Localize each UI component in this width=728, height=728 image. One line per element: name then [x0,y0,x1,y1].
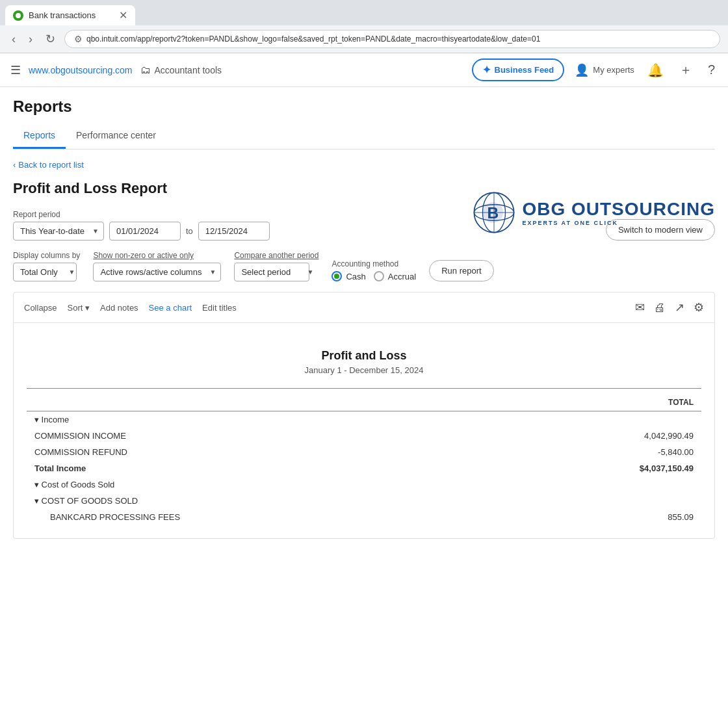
col-description-header [27,394,498,411]
report-table: TOTAL ▾ Income COMMISSION INCOME 4,042,9… [27,394,701,525]
plus-button[interactable]: ＋ [677,58,695,81]
cash-label: Cash [346,272,365,281]
accrual-label: Accrual [388,272,416,281]
reload-button[interactable]: ↻ [42,29,59,49]
person-icon: 👤 [575,63,589,77]
to-separator: to [186,226,193,236]
compare-select[interactable]: Select period [234,263,309,281]
tab-reports[interactable]: Reports [13,124,66,149]
edit-titles-button[interactable]: Edit titles [202,303,237,313]
back-to-report-list[interactable]: ‹ Back to report list [13,160,715,170]
date-to-input[interactable] [198,222,270,240]
commission-refund-row: COMMISSION REFUND -5,840.00 [27,444,701,460]
obg-text: OBG OUTSOURCING EXPERTS AT ONE CLICK [522,199,715,226]
header-right: ✦ Business Feed 👤 My experts 🔔 ＋ ? [472,58,718,81]
cogs-sub-header: ▾ COST OF GOODS SOLD [27,493,701,509]
non-zero-select[interactable]: Active rows/active columns [93,263,221,281]
bankcard-value: 855.09 [498,509,701,525]
tab-close-button[interactable]: ✕ [119,9,127,21]
business-feed-button[interactable]: ✦ Business Feed [472,58,565,81]
forward-button[interactable]: › [25,30,36,49]
cogs-sub-header-cell: ▾ COST OF GOODS SOLD [27,493,498,509]
sort-label: Sort [68,303,83,313]
active-tab[interactable]: Bank transactions ✕ [5,5,135,25]
obg-logo-area: B OBG OUTSOURCING EXPERTS AT ONE CLICK [471,190,715,235]
non-zero-select-wrapper[interactable]: Active rows/active columns ▼ [93,263,221,281]
hamburger-menu[interactable]: ☰ [10,63,21,77]
reports-tabs: Reports Performance center [13,124,715,150]
report-content: Profit and Loss January 1 - December 15,… [14,323,714,538]
business-feed-label: Business Feed [495,65,554,75]
period-select[interactable]: This Year-to-date [13,222,104,240]
non-zero-group: Show non-zero or active only Active rows… [93,251,221,281]
url-bar[interactable]: ⚙ qbo.intuit.com/app/reportv2?token=PAND… [64,30,720,48]
browser-chrome: Bank transactions ✕ ‹ › ↻ ⚙ qbo.intuit.c… [0,0,728,53]
income-header-cell: ▾ Income [27,411,498,428]
obg-logo: B OBG OUTSOURCING EXPERTS AT ONE CLICK [471,190,715,235]
report-toolbar: Collapse Sort ▾ Add notes See a chart Ed… [14,292,714,323]
add-notes-button[interactable]: Add notes [100,303,138,313]
date-from-input[interactable] [109,222,181,240]
help-button[interactable]: ? [705,60,718,80]
qb-header: ☰ www.obgoutsourcing.com 🗂 Accountant to… [0,53,728,87]
display-columns-group: Display columns by Total Only ▼ [13,251,80,281]
accounting-method-label: Accounting method [332,259,416,268]
obg-main-text: OBG OUTSOURCING [522,199,715,220]
income-section-header: ▾ Income [27,411,701,428]
svg-text:B: B [488,204,499,222]
sort-arrow: ▾ [85,303,90,313]
globe-icon: B [471,190,517,235]
commission-refund-value: -5,840.00 [498,444,701,460]
non-zero-label: Show non-zero or active only [93,251,221,260]
notification-bell[interactable]: 🔔 [645,60,666,81]
brand: www.obgoutsourcing.com [29,65,133,75]
my-experts-label: My experts [593,65,634,75]
back-button[interactable]: ‹ [8,30,20,49]
toolbar-icons: ✉ 🖨 ↗ ⚙ [635,300,704,315]
lock-icon: ⚙ [74,34,83,44]
export-icon[interactable]: ↗ [675,300,684,315]
total-income-label: Total Income [27,460,498,476]
table-header-row: TOTAL [27,394,701,411]
page-title: Reports [13,98,715,116]
display-columns-select[interactable]: Total Only [13,263,77,281]
report-name: Profit and Loss [27,349,701,363]
period-select-wrapper[interactable]: This Year-to-date ▼ [13,222,104,240]
display-columns-select-wrapper[interactable]: Total Only ▼ [13,263,80,281]
method-options: Cash Accrual [332,271,416,281]
accountant-tools-menu[interactable]: 🗂 Accountant tools [140,64,222,76]
back-link-text: Back to report list [18,160,83,170]
tab-title: Bank transactions [29,10,96,20]
settings-icon[interactable]: ⚙ [694,300,704,315]
sparkle-icon: ✦ [482,64,491,76]
tab-performance-center[interactable]: Performance center [66,124,166,149]
date-range: This Year-to-date ▼ to [13,222,270,240]
accrual-radio-dot [374,271,384,281]
chevron-left-icon: ‹ [13,160,16,170]
report-divider [27,388,701,389]
reports-header: Reports Reports Performance center [0,87,728,150]
accrual-radio[interactable]: Accrual [374,271,416,281]
commission-refund-label: COMMISSION REFUND [27,444,498,460]
report-controls-row2: Display columns by Total Only ▼ Show non… [13,251,715,281]
brand-name: www.obgoutsourcing.com [29,65,133,75]
url-text: qbo.intuit.com/app/reportv2?token=PANDL&… [86,34,540,44]
run-report-button[interactable]: Run report [429,260,493,281]
report-heading: Profit and Loss January 1 - December 15,… [27,349,701,375]
bankcard-row: BANKCARD PROCESSING FEES 855.09 [27,509,701,525]
page-content: Reports Reports Performance center B OBG… [0,87,728,728]
cash-radio[interactable]: Cash [332,271,365,281]
my-experts-button[interactable]: 👤 My experts [575,63,634,77]
email-icon[interactable]: ✉ [635,300,645,315]
compare-select-wrapper[interactable]: Select period ▼ [234,263,318,281]
display-columns-label: Display columns by [13,251,80,260]
collapse-button[interactable]: Collapse [24,303,57,313]
briefcase-icon: 🗂 [140,64,151,76]
period-label: Report period [13,210,270,219]
accounting-method-group: Accounting method Cash Accrual [332,259,416,281]
print-icon[interactable]: 🖨 [654,301,666,315]
report-table-container: Collapse Sort ▾ Add notes See a chart Ed… [13,292,715,539]
total-income-value: $4,037,150.49 [498,460,701,476]
sort-button[interactable]: Sort ▾ [68,303,90,313]
see-chart-button[interactable]: See a chart [149,303,192,313]
